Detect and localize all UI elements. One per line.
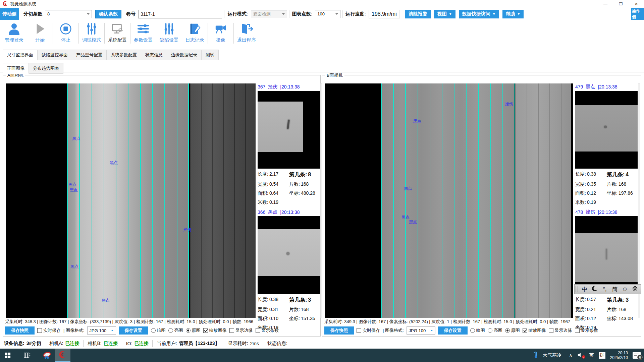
debug-mode-button[interactable]: 调试模式 — [79, 20, 104, 43]
tab-test[interactable]: 测试 — [202, 50, 219, 60]
strip-region-edge — [571, 83, 573, 318]
defect-type: 黑点 — [268, 209, 277, 215]
stop-button[interactable]: 停止 — [53, 20, 78, 43]
maximize-button[interactable]: ❐ — [613, 0, 629, 8]
camera-capture-button[interactable]: 摄像 — [208, 20, 233, 43]
exit-door-icon — [239, 22, 254, 36]
play-icon — [33, 22, 47, 36]
scrollbar[interactable] — [638, 83, 640, 318]
original-image-radio[interactable]: 原图 — [186, 327, 201, 334]
defect-settings-button[interactable]: 缺陷设置 — [156, 20, 182, 43]
image-format-select[interactable]: JPG 100 — [87, 326, 116, 335]
defect-card[interactable]: 479 黑点 |20:13:38 长度:0.38 第几条:4 宽度:0.35 片… — [575, 83, 638, 205]
drag-handle-icon[interactable] — [576, 286, 578, 292]
punctuation-mode-button[interactable]: °, — [600, 286, 610, 293]
pieces-value: 168 — [619, 307, 626, 312]
ime-chinese-mode-button[interactable]: 中 — [580, 286, 590, 293]
strip-region-light — [515, 83, 571, 318]
weather-text[interactable]: 天气寒冷 — [543, 352, 561, 358]
icon-toolbar: 管理登录 开始 停止 调试模式 系统配置 参数设置 — [0, 20, 644, 48]
subtab-distribution-trend-chart[interactable]: 分布趋势图表 — [29, 63, 63, 74]
taskbar-clock[interactable]: 20:13 2025/2/10 — [610, 351, 628, 360]
emoji-button[interactable]: ☺ — [620, 286, 630, 293]
save-settings-button[interactable]: 保存设置 — [119, 326, 148, 335]
pinyin-indicator[interactable]: 拼 — [599, 352, 605, 359]
log-record-button[interactable]: 日志记录 — [182, 20, 208, 43]
speaker-muted-icon[interactable]: × — [577, 352, 585, 359]
defect-card[interactable]: 366 黑点 |20:13:38 长度:0.38 第几条:3 宽度:0.31 片… — [258, 209, 320, 331]
zoom-image-checkbox[interactable]: 缩放图像 — [203, 327, 227, 334]
vision-app-taskbar-icon[interactable] — [55, 349, 70, 362]
close-button[interactable]: ✕ — [629, 0, 644, 8]
gear-icon[interactable] — [630, 286, 640, 293]
strip-index-value: 3 — [308, 297, 311, 303]
snipping-tool-taskbar-icon[interactable] — [40, 349, 55, 362]
task-view-button[interactable] — [19, 349, 35, 362]
show-edge-checkbox[interactable]: 显示边缘 — [229, 327, 253, 334]
run-speed-label: 运行速度: — [345, 11, 366, 17]
bright-image-radio[interactable]: 亮图 — [168, 327, 183, 334]
confirm-count-button[interactable]: 确认条数 — [95, 10, 121, 18]
checkbox-icon — [37, 328, 42, 333]
tab-status-info[interactable]: 状态信息 — [141, 50, 167, 60]
zoom-image-checkbox[interactable]: 缩放图像 — [523, 327, 546, 334]
tab-product-model-config[interactable]: 产品型号配置 — [72, 50, 107, 60]
original-image-radio[interactable]: 原图 — [505, 327, 520, 334]
view-menu-button[interactable]: 视图 ▼ — [434, 10, 455, 18]
system-config-button[interactable]: 系统配置 — [105, 20, 130, 43]
save-snapshot-button[interactable]: 保存快照 — [5, 326, 35, 335]
roll-number-input[interactable]: 3117-1 — [138, 10, 222, 18]
admin-login-button[interactable]: 管理登录 — [1, 20, 27, 43]
save-snapshot-button[interactable]: 保存快照 — [324, 326, 354, 335]
operator-side-button[interactable]: 操作侧 — [631, 8, 644, 20]
strip-region-dark — [190, 83, 256, 318]
save-settings-button[interactable]: 保存设置 — [438, 326, 468, 335]
defect-thumbnail — [575, 91, 638, 169]
roll-number-label: 卷号 — [126, 11, 136, 17]
defect-card[interactable]: 367 挫伤 |20:13:38 长度:2.17 第几条:8 宽度:0.54 片… — [258, 83, 320, 205]
show-edge-checkbox[interactable]: 显示边缘 — [549, 327, 572, 334]
tab-system-param-config[interactable]: 系统参数配置 — [107, 50, 141, 60]
tab-defect-monitor[interactable]: 缺陷监控界面 — [38, 50, 72, 60]
parameter-settings-button[interactable]: 参数设置 — [130, 20, 156, 43]
show-strip-count-checkbox[interactable]: 显示条数 — [256, 327, 279, 334]
image-format-select[interactable]: JPG 100 — [407, 326, 435, 335]
data-quick-access-menu-button[interactable]: 数据快捷访问 ▼ — [459, 10, 499, 18]
camera-b-controls: 保存快照 实时保存 | 图像格式: JPG 100 保存设置 暗图 亮图 原图 … — [324, 326, 598, 335]
language-indicator[interactable]: 英 — [589, 352, 594, 358]
chart-points-select[interactable]: 100 — [315, 10, 340, 18]
defect-card-header: 479 黑点 |20:13:38 — [575, 83, 638, 90]
thermometer-icon[interactable] — [534, 351, 538, 360]
checkbox-icon — [357, 328, 361, 333]
help-menu-button[interactable]: 帮助 ▼ — [502, 10, 524, 18]
data-quick-access-label: 数据快捷访问 — [462, 11, 490, 17]
show-strip-count-checkbox[interactable]: 显示条数 — [575, 327, 598, 334]
realtime-save-checkbox[interactable]: 实时保存 — [357, 327, 380, 334]
start-button[interactable]: 开始 — [27, 20, 53, 43]
clear-alarm-button[interactable]: 清除报警 — [405, 10, 431, 18]
ime-language-bar[interactable]: 中 °, 简 ☺ — [574, 284, 641, 294]
subtab-front-image[interactable]: 正面图像 — [3, 63, 29, 74]
start-button[interactable] — [0, 349, 15, 362]
notification-center-icon[interactable]: 6 — [633, 352, 641, 359]
realtime-save-checkbox[interactable]: 实时保存 — [37, 327, 61, 334]
bright-image-radio[interactable]: 亮图 — [488, 327, 502, 334]
ime-simplified-button[interactable]: 简 — [610, 286, 620, 293]
sliders-vertical-icon — [162, 22, 176, 36]
tab-size-monitor[interactable]: 尺寸监控界面 — [3, 50, 38, 60]
pieces-value: 168 — [301, 181, 309, 187]
camera-b-title: B面相机 — [325, 72, 344, 78]
defect-label: 黑点 — [413, 118, 421, 124]
drive-side-button[interactable]: 传动侧 — [0, 8, 19, 20]
tab-edge-data-record[interactable]: 边缘数据记录 — [167, 50, 202, 60]
slit-count-select[interactable]: 8 — [45, 10, 92, 18]
dark-image-radio[interactable]: 暗图 — [151, 327, 166, 334]
minimize-button[interactable]: — — [598, 0, 613, 8]
tray-expand-chevron[interactable]: ∧ — [569, 353, 572, 358]
toolbar-divider — [289, 10, 289, 18]
dark-image-radio[interactable]: 暗图 — [470, 327, 485, 334]
moon-mode-icon[interactable] — [590, 286, 600, 293]
defect-card[interactable]: 478 挫伤 |20:13:38 长度:0.57 第几条:3 宽度:0.21 片… — [575, 209, 638, 331]
run-mode-select[interactable]: 双面检测 — [251, 10, 287, 18]
exit-program-button[interactable]: 退出程序 — [234, 20, 259, 43]
